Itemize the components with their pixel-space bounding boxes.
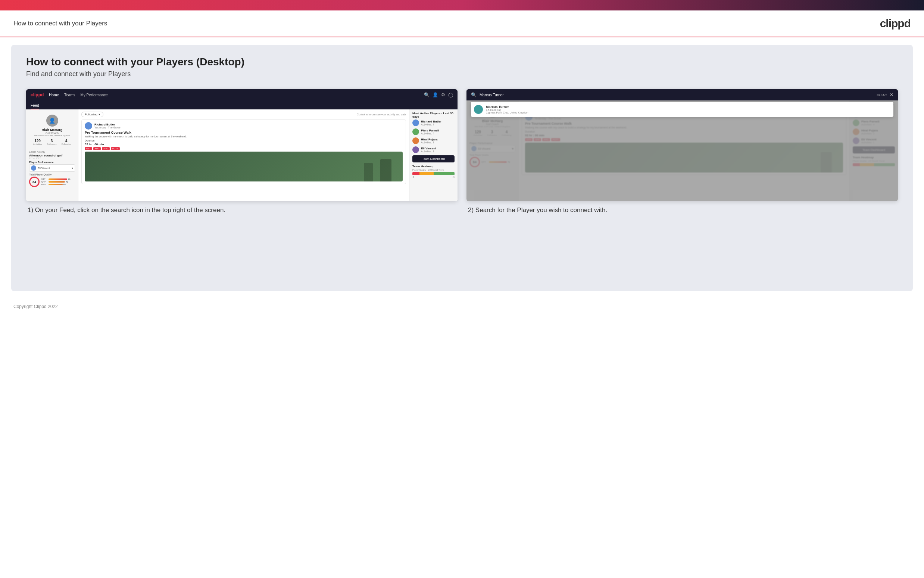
user-icon-1[interactable]: 👤 bbox=[432, 92, 438, 97]
search-clear-btn[interactable]: CLEAR bbox=[877, 93, 887, 97]
heatmap-scale-1: -5 +5 bbox=[413, 176, 455, 178]
player-list-item-1: Richard Butler Activities: 7 bbox=[413, 120, 455, 126]
duration-val-1: 02 hr : 00 min bbox=[85, 143, 403, 146]
nav-my-performance-1[interactable]: My Performance bbox=[80, 93, 107, 97]
settings-icon-1[interactable]: ⚙ bbox=[441, 92, 445, 97]
score-row-1: 84 OTT 79 APP 70 bbox=[29, 177, 75, 187]
player-list-item-3: Hiral Pujara Activities: 3 bbox=[413, 137, 455, 144]
activity-name-1: Richard Butler bbox=[94, 123, 121, 126]
following-button-1[interactable]: Following ▾ bbox=[81, 112, 104, 117]
score-bars-1: OTT 79 APP 70 ARG bbox=[41, 178, 71, 186]
player-info-piers-1: Piers Parnell Activities: 4 bbox=[421, 129, 439, 135]
most-active-title-1: Most Active Players - Last 30 days bbox=[413, 112, 455, 119]
screenshot-frame-2: clippd Home Teams My Performance 🔍 👤 ⚙ ◯ bbox=[466, 89, 898, 201]
tag-app-1: APP bbox=[93, 147, 101, 150]
following-row-1: Following ▾ Control who can see your act… bbox=[81, 112, 406, 117]
nav-teams-1[interactable]: Teams bbox=[64, 93, 75, 97]
screenshot-col-2: clippd Home Teams My Performance 🔍 👤 ⚙ ◯ bbox=[466, 89, 898, 215]
player-list-item-2: Piers Parnell Activities: 4 bbox=[413, 128, 455, 135]
caption-2: 2) Search for the Player you wish to con… bbox=[466, 206, 898, 215]
middle-panel-1: Following ▾ Control who can see your act… bbox=[78, 109, 409, 201]
app-content-1: 👤 Blair McHarg Golf Coach Mill Ride Golf… bbox=[26, 109, 458, 201]
player-selector-chevron-1: ▾ bbox=[72, 167, 73, 170]
score-bar-app-1: APP 70 bbox=[41, 181, 71, 183]
search-close-btn[interactable]: ✕ bbox=[890, 92, 893, 97]
search-result-avatar-marcus bbox=[474, 105, 483, 114]
left-panel-1: 👤 Blair McHarg Golf Coach Mill Ride Golf… bbox=[26, 109, 78, 201]
search-result-handicap: 1.5 Handicap bbox=[486, 109, 528, 111]
stat-followers-1: 3 Followers bbox=[47, 139, 57, 145]
search-icon-1[interactable]: 🔍 bbox=[424, 92, 430, 97]
activity-image-1 bbox=[85, 152, 403, 182]
header: How to connect with your Players clippd bbox=[0, 10, 924, 37]
latest-activity-name: Afternoon round of golf bbox=[29, 154, 75, 157]
profile-avatar-1: 👤 bbox=[46, 115, 58, 127]
player-avatar-piers-1 bbox=[413, 128, 419, 135]
main-content: How to connect with your Players (Deskto… bbox=[11, 45, 913, 291]
profile-card-1: 👤 Blair McHarg Golf Coach Mill Ride Golf… bbox=[29, 112, 75, 150]
golfer-shape-2 bbox=[364, 163, 373, 182]
page-title: How to connect with your Players bbox=[13, 20, 107, 27]
activity-tags-1: OTT APP ARG PUTT bbox=[85, 147, 403, 150]
tab-feed-1[interactable]: Feed bbox=[31, 104, 39, 109]
duration-row-1: Duration bbox=[85, 139, 403, 142]
activity-card-1: Richard Butler Yesterday · The Grove Pre… bbox=[81, 120, 406, 184]
profile-stats-1: 129 Activities 3 Followers 4 Following bbox=[31, 139, 73, 145]
search-overlay-container: 🔍 Marcus Turner CLEAR ✕ Marcus Turner 1.… bbox=[466, 89, 898, 119]
player-info-eli-1: Eli Vincent Activities: 1 bbox=[421, 147, 436, 153]
caption-1: 1) On your Feed, click on the search ico… bbox=[26, 206, 458, 215]
profile-club-1: Mill Ride Golf Club, United Kingdom bbox=[31, 135, 73, 136]
right-panel-1: Most Active Players - Last 30 days Richa… bbox=[409, 109, 458, 201]
search-results-2: Marcus Turner 1.5 Handicap Cypress Point… bbox=[471, 102, 893, 117]
activity-desc-1: Walking the course with my coach to buil… bbox=[85, 135, 403, 138]
stat-activities-1: 129 Activities bbox=[33, 139, 42, 145]
golfer-shape-1 bbox=[380, 159, 392, 182]
search-result-club: Cypress Point Club, United Kingdom bbox=[486, 111, 528, 114]
app-logo-1: clippd bbox=[31, 92, 44, 97]
player-list-item-4: Eli Vincent Activities: 1 bbox=[413, 146, 455, 153]
player-info-richard-1: Richard Butler Activities: 7 bbox=[421, 120, 442, 126]
top-bar bbox=[0, 0, 924, 10]
activity-title-1: Pre Tournament Course Walk bbox=[85, 131, 403, 135]
heatmap-subtitle-1: Player Quality · 20 Round Trend bbox=[413, 169, 455, 171]
avatar-icon-1[interactable]: ◯ bbox=[448, 92, 453, 97]
quality-label-1: Total Player Quality bbox=[29, 173, 75, 176]
copyright-text: Copyright Clippd 2022 bbox=[13, 304, 58, 309]
player-avatar-richard-1 bbox=[413, 120, 419, 126]
player-avatar-eli-1 bbox=[413, 146, 419, 153]
screenshots-row: clippd Home Teams My Performance 🔍 👤 ⚙ ◯… bbox=[26, 89, 898, 215]
screenshot-col-1: clippd Home Teams My Performance 🔍 👤 ⚙ ◯… bbox=[26, 89, 458, 215]
score-bar-ott-1: OTT 79 bbox=[41, 178, 71, 180]
player-mini-avatar-1 bbox=[31, 166, 36, 170]
quality-circle-1: 84 bbox=[29, 177, 40, 187]
heatmap-bar-1 bbox=[413, 172, 455, 175]
nav-home-1[interactable]: Home bbox=[49, 93, 59, 97]
logo: clippd bbox=[880, 17, 911, 30]
search-bar-2: 🔍 Marcus Turner CLEAR ✕ bbox=[466, 89, 898, 101]
player-info-hiral-1: Hiral Pujara Activities: 3 bbox=[421, 138, 437, 144]
team-dashboard-btn-1[interactable]: Team Dashboard bbox=[413, 155, 455, 162]
player-avatar-hiral-1 bbox=[413, 137, 419, 144]
tag-arg-1: ARG bbox=[102, 147, 110, 150]
search-icon-overlay: 🔍 bbox=[471, 92, 477, 97]
app-nav-1: clippd Home Teams My Performance 🔍 👤 ⚙ ◯ bbox=[26, 89, 458, 101]
activity-header-1: Richard Butler Yesterday · The Grove bbox=[85, 122, 403, 130]
footer: Copyright Clippd 2022 bbox=[0, 299, 924, 314]
stat-following-1: 4 Following bbox=[61, 139, 71, 145]
search-input-2[interactable]: Marcus Turner bbox=[479, 93, 874, 97]
screenshot-frame-1: clippd Home Teams My Performance 🔍 👤 ⚙ ◯… bbox=[26, 89, 458, 201]
control-link-1[interactable]: Control who can see your activity and da… bbox=[357, 113, 406, 116]
search-result-marcus[interactable]: Marcus Turner 1.5 Handicap Cypress Point… bbox=[474, 105, 890, 114]
main-heading: How to connect with your Players (Deskto… bbox=[26, 56, 898, 68]
latest-activity-label: Latest Activity bbox=[29, 151, 75, 153]
search-result-name-marcus: Marcus Turner bbox=[486, 105, 528, 109]
latest-activity-date: 27 Jul 2022 bbox=[29, 157, 75, 159]
activity-person-info-1: Richard Butler Yesterday · The Grove bbox=[94, 123, 121, 129]
profile-role-1: Golf Coach bbox=[31, 132, 73, 135]
tag-ott-1: OTT bbox=[85, 147, 92, 150]
search-result-info-marcus: Marcus Turner 1.5 Handicap Cypress Point… bbox=[486, 105, 528, 114]
player-performance-title-1: Player Performance bbox=[29, 161, 75, 164]
feed-tab-1: Feed bbox=[26, 101, 458, 109]
nav-right-1: 🔍 👤 ⚙ ◯ bbox=[424, 92, 453, 97]
player-selector-1[interactable]: Eli Vincent ▾ bbox=[29, 164, 75, 172]
